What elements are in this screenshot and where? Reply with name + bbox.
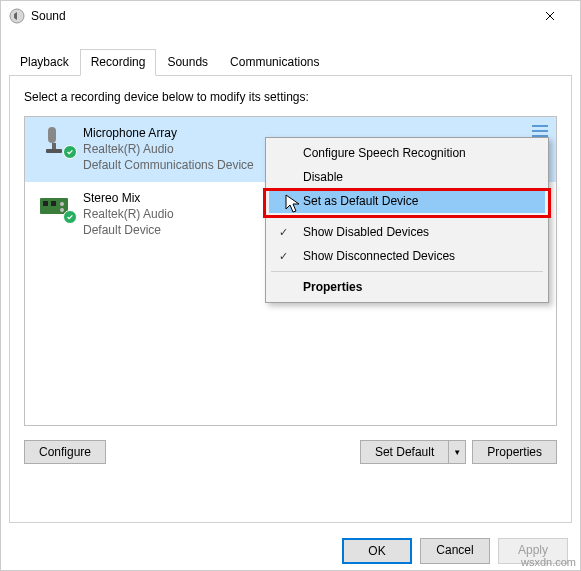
- device-icon-wrap: [33, 190, 75, 222]
- dialog-buttons: OK Cancel Apply: [1, 532, 580, 571]
- tab-communications[interactable]: Communications: [219, 49, 330, 76]
- default-badge-icon: [63, 210, 77, 224]
- svg-rect-1: [48, 127, 56, 143]
- menu-label: Show Disabled Devices: [303, 225, 429, 239]
- menu-separator: [271, 216, 543, 217]
- properties-button[interactable]: Properties: [472, 440, 557, 464]
- tab-recording[interactable]: Recording: [80, 49, 157, 76]
- svg-rect-5: [43, 201, 48, 206]
- menu-separator: [271, 271, 543, 272]
- sound-app-icon: [9, 8, 25, 24]
- menu-show-disabled[interactable]: ✓ Show Disabled Devices: [269, 220, 545, 244]
- ok-button[interactable]: OK: [342, 538, 412, 564]
- menu-configure-speech[interactable]: Configure Speech Recognition: [269, 141, 545, 165]
- tab-playback[interactable]: Playback: [9, 49, 80, 76]
- svg-point-8: [60, 208, 64, 212]
- menu-show-disconnected[interactable]: ✓ Show Disconnected Devices: [269, 244, 545, 268]
- configure-button[interactable]: Configure: [24, 440, 106, 464]
- menu-disable[interactable]: Disable: [269, 165, 545, 189]
- device-icon-wrap: [33, 125, 75, 157]
- menu-set-default-device[interactable]: Set as Default Device: [269, 189, 545, 213]
- check-icon: ✓: [279, 226, 288, 239]
- tab-sounds[interactable]: Sounds: [156, 49, 219, 76]
- set-default-button[interactable]: Set Default: [360, 440, 448, 464]
- menu-label: Show Disconnected Devices: [303, 249, 455, 263]
- svg-point-7: [60, 202, 64, 206]
- svg-rect-3: [46, 149, 62, 153]
- hamburger-icon[interactable]: [532, 125, 548, 137]
- default-badge-icon: [63, 145, 77, 159]
- set-default-dropdown[interactable]: ▼: [448, 440, 466, 464]
- window-title: Sound: [31, 9, 527, 23]
- svg-rect-6: [51, 201, 56, 206]
- svg-rect-2: [52, 143, 56, 149]
- titlebar: Sound: [1, 1, 580, 31]
- panel-buttons: Configure Set Default ▼ Properties: [24, 440, 557, 464]
- set-default-split-button[interactable]: Set Default ▼: [360, 440, 466, 464]
- tab-strip: Playback Recording Sounds Communications: [1, 49, 580, 76]
- sound-dialog: Sound Playback Recording Sounds Communic…: [0, 0, 581, 571]
- cancel-button[interactable]: Cancel: [420, 538, 490, 564]
- menu-properties[interactable]: Properties: [269, 275, 545, 299]
- instruction-text: Select a recording device below to modif…: [24, 90, 557, 104]
- context-menu: Configure Speech Recognition Disable Set…: [265, 137, 549, 303]
- check-icon: ✓: [279, 250, 288, 263]
- close-button[interactable]: [527, 1, 572, 31]
- watermark: wsxdn.com: [521, 556, 576, 568]
